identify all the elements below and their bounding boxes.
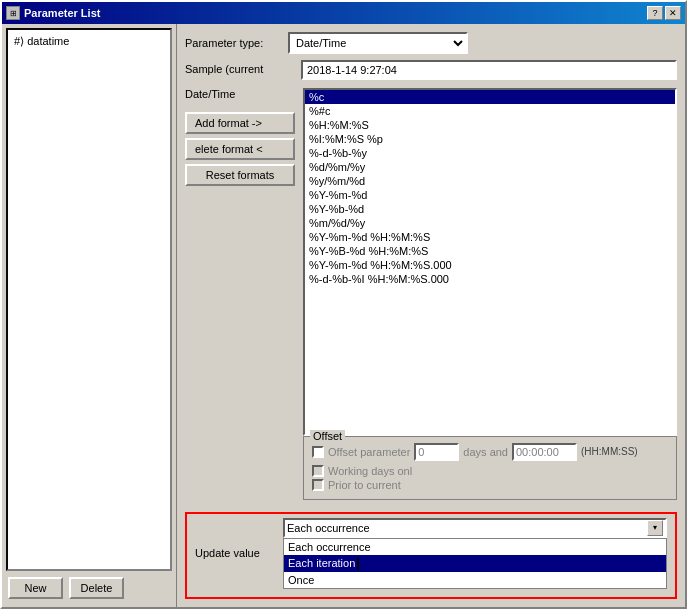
offset-param-row: Offset parameter days and (HH:MM:SS) [312, 443, 668, 461]
format-list-item[interactable]: %-d-%b-%y [305, 146, 675, 160]
format-list-item[interactable]: %c [305, 90, 675, 104]
offset-group: Offset Offset parameter days and (HH:MM:… [303, 436, 677, 500]
param-type-row: Parameter type: Date/Time Text Number Bo… [185, 32, 677, 54]
offset-legend: Offset [310, 430, 345, 442]
update-value-row: Update value Each occurrence ▾ Each occu… [195, 518, 667, 589]
tree-item-label: #⟩ datatime [14, 35, 69, 48]
sample-value: 2018-1-14 9:27:04 [301, 60, 677, 80]
working-days-label: Working days onl [328, 465, 412, 477]
update-select-wrapper: Each occurrence ▾ Each occurrenceEach it… [283, 518, 667, 589]
prior-to-row: Prior to current [312, 479, 668, 491]
main-area: Date/Time Add format -> elete format < R… [185, 88, 677, 506]
left-controls: Date/Time Add format -> elete format < R… [185, 88, 295, 506]
format-list-item[interactable]: %Y-%B-%d %H:%M:%S [305, 244, 675, 258]
format-list-item[interactable]: %I:%M:%S %p [305, 132, 675, 146]
window-content: #⟩ datatime New Delete Parameter type: D… [2, 24, 685, 607]
reset-formats-button[interactable]: Reset formats [185, 164, 295, 186]
delete-format-button[interactable]: elete format < [185, 138, 295, 160]
new-button[interactable]: New [8, 577, 63, 599]
right-section: %c%#c%H:%M:%S%I:%M:%S %p%-d-%b-%y%d/%m/%… [303, 88, 677, 506]
format-list[interactable]: %c%#c%H:%M:%S%I:%M:%S %p%-d-%b-%y%d/%m/%… [303, 88, 677, 436]
window-icon: ⊞ [6, 6, 20, 20]
datetime-label: Date/Time [185, 88, 295, 100]
dropdown-arrow-icon[interactable]: ▾ [647, 520, 663, 536]
offset-time-input[interactable] [512, 443, 577, 461]
update-option-item[interactable]: Each iteration [284, 555, 666, 572]
param-type-select[interactable]: Date/Time Text Number Boolean [288, 32, 468, 54]
title-bar-left: ⊞ Parameter List [6, 6, 100, 20]
right-panel: Parameter type: Date/Time Text Number Bo… [177, 24, 685, 607]
update-option-item[interactable]: Each occurrence [284, 539, 666, 555]
left-panel: #⟩ datatime New Delete [2, 24, 177, 607]
tree-item-datatime[interactable]: #⟩ datatime [12, 34, 166, 49]
prior-to-label: Prior to current [328, 479, 401, 491]
add-format-button[interactable]: Add format -> [185, 112, 295, 134]
working-days-row: Working days onl [312, 465, 668, 477]
update-value-dropdown[interactable]: Each occurrence ▾ [283, 518, 667, 538]
offset-days-input[interactable] [414, 443, 459, 461]
update-option-item[interactable]: Once [284, 572, 666, 588]
format-list-item[interactable]: %y/%m/%d [305, 174, 675, 188]
format-list-item[interactable]: %#c [305, 104, 675, 118]
format-buttons: Add format -> elete format < Reset forma… [185, 112, 295, 186]
format-list-item[interactable]: %H:%M:%S [305, 118, 675, 132]
close-button[interactable]: ✕ [665, 6, 681, 20]
update-options-list: Each occurrenceEach iterationOnce [283, 538, 667, 589]
format-list-item[interactable]: %Y-%m-%d %H:%M:%S [305, 230, 675, 244]
time-format-hint: (HH:MM:SS) [581, 446, 638, 457]
help-button[interactable]: ? [647, 6, 663, 20]
bottom-buttons: New Delete [6, 571, 172, 603]
title-bar: ⊞ Parameter List ? ✕ [2, 2, 685, 24]
format-list-item[interactable]: %Y-%m-%d [305, 188, 675, 202]
bottom-section: Update value Each occurrence ▾ Each occu… [185, 512, 677, 599]
parameter-list-window: ⊞ Parameter List ? ✕ #⟩ datatime New Del… [0, 0, 687, 609]
days-label: days and [463, 446, 508, 458]
title-buttons: ? ✕ [647, 6, 681, 20]
offset-param-label: Offset parameter [328, 446, 410, 458]
update-value-label: Update value [195, 547, 275, 559]
sample-row: Sample (current 2018-1-14 9:27:04 [185, 60, 677, 80]
format-list-item[interactable]: %-d-%b-%I %H:%M:%S.000 [305, 272, 675, 286]
format-list-item[interactable]: %Y-%b-%d [305, 202, 675, 216]
format-list-item[interactable]: %m/%d/%y [305, 216, 675, 230]
window-title: Parameter List [24, 7, 100, 19]
format-list-item[interactable]: %d/%m/%y [305, 160, 675, 174]
sample-label: Sample (current [185, 63, 295, 75]
delete-button[interactable]: Delete [69, 577, 124, 599]
offset-param-checkbox[interactable] [312, 446, 324, 458]
working-days-checkbox[interactable] [312, 465, 324, 477]
prior-to-checkbox[interactable] [312, 479, 324, 491]
update-value-selected: Each occurrence [287, 522, 370, 534]
format-list-item[interactable]: %Y-%m-%d %H:%M:%S.000 [305, 258, 675, 272]
tree-area[interactable]: #⟩ datatime [6, 28, 172, 571]
param-type-label: Parameter type: [185, 37, 280, 49]
